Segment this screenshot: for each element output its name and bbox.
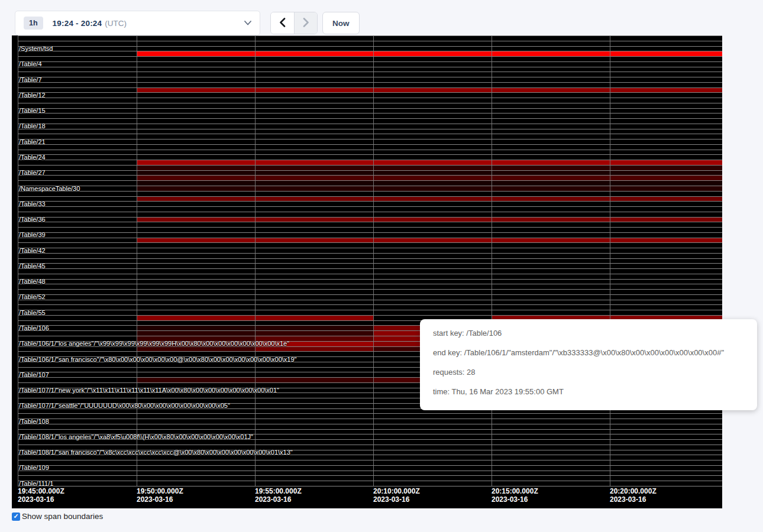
span-boundaries-checkbox[interactable]: ✓ [12,512,20,521]
now-button[interactable]: Now [322,12,360,34]
span-boundary-row [18,77,722,82]
heat-cell[interactable] [137,186,722,191]
span-label: /Table/107 [19,372,49,378]
span-label: /Table/107/1/"new york"/"\x11\x11\x11\x1… [19,387,279,394]
span-label: /Table/106/1/"san francisco"/"\x80\x00\x… [19,356,297,363]
span-label: /Table/106 [19,325,49,332]
key-visualizer-canvas[interactable]: /System/tsd/Table/4/Table/7/Table/12/Tab… [12,35,722,508]
span-boundary-row [18,289,722,294]
span-boundary-row [18,274,722,279]
span-boundary-row [18,154,722,160]
heat-cell[interactable] [137,331,255,336]
span-label: /Table/107/1/"seattle"/"UUUUUUD\x00\x80\… [19,403,230,409]
span-label: /Table/33 [19,201,46,207]
heat-cell[interactable] [137,238,722,243]
x-axis-tick-label: 20:15:00.000Z2023-03-16 [492,487,538,504]
toolbar: 1h 19:24 - 20:24 (UTC) Now [0,0,763,35]
span-boundary-row [18,310,722,315]
span-label: /Table/12 [19,92,46,99]
chevron-left-icon [279,18,286,29]
footer: ✓ Show span boundaries [12,512,103,521]
span-label: /NamespaceTable/30 [19,186,80,192]
span-boundary-row [18,108,722,113]
prev-time-button[interactable] [271,12,294,34]
span-boundary-row [18,268,722,274]
tooltip-line: end key: /Table/106/1/"amsterdam"/"\xb33… [433,348,757,358]
heat-cell[interactable] [255,331,373,336]
time-range-selector[interactable]: 1h 19:24 - 20:24 (UTC) [15,11,260,35]
heat-cell[interactable] [137,171,722,176]
tooltip-line: time: Thu, 16 Mar 2023 19:55:00 GMT [433,387,757,397]
heat-cell[interactable] [137,197,722,202]
span-boundary-row [18,113,722,118]
heat-cell[interactable] [137,160,722,165]
span-label: /Table/7 [19,77,42,83]
span-boundary-row [18,232,722,238]
span-boundary-row [18,258,722,264]
span-boundary-row [18,35,722,41]
span-label: /Table/39 [19,232,46,238]
span-label: /Table/108/1/"san francisco"/"\x8c\xcc\x… [19,449,293,456]
span-boundary-row [18,242,722,248]
span-label: /Table/108 [19,419,49,425]
span-label: /Table/4 [19,61,42,67]
heat-cell[interactable] [255,347,373,352]
span-boundary-row [18,98,722,103]
span-boundary-row [18,134,722,139]
span-boundary-row [18,41,722,46]
span-label: /Table/15 [19,108,46,114]
time-gridline [373,35,374,486]
heat-cell[interactable] [137,181,722,186]
span-boundary-row [18,263,722,268]
heat-cell[interactable] [137,347,255,352]
span-label: /Table/45 [19,263,46,270]
span-boundary-row [18,139,722,144]
chevron-down-icon [244,21,251,25]
heat-cell[interactable] [137,51,722,56]
span-boundary-row [18,253,722,258]
span-label: /Table/111/1 [19,481,53,487]
span-label: /Table/24 [19,154,46,161]
span-boundary-row [18,465,722,471]
span-boundary-row [18,201,722,206]
span-boundary-row [18,481,722,486]
span-label: /Table/21 [19,139,46,145]
span-boundary-row [18,248,722,253]
span-label: /Table/106/1/"los angeles"/"\x99\x99\x99… [19,340,289,347]
span-boundary-row [18,46,722,51]
span-boundary-row [18,471,722,476]
heat-cell[interactable] [137,88,722,93]
span-boundary-row [18,300,722,305]
span-boundary-row [18,460,722,465]
span-boundary-row [18,227,722,232]
heat-cell[interactable] [137,166,722,170]
heat-cell[interactable] [137,326,255,330]
hover-tooltip: start key: /Table/106end key: /Table/106… [420,319,757,410]
span-label: /Table/55 [19,310,46,316]
span-label: /Table/18 [19,123,46,129]
span-boundary-row [18,413,722,419]
next-time-button[interactable] [294,12,317,34]
span-boundary-row [18,304,722,310]
span-label: /Table/36 [19,216,46,223]
time-gridline [492,35,492,486]
heat-cell[interactable] [255,378,373,382]
span-boundary-row [18,191,722,196]
span-boundary-row [18,129,722,134]
heat-cell[interactable] [137,378,255,382]
chevron-right-icon [303,18,309,29]
time-gridline [137,35,137,486]
span-label: /Table/27 [19,170,46,176]
span-boundary-row [18,82,722,87]
heatmap-plot: /System/tsd/Table/4/Table/7/Table/12/Tab… [18,35,722,486]
heat-cell[interactable] [255,326,373,330]
x-axis-tick-label: 19:55:00.000Z2023-03-16 [255,487,302,504]
span-boundary-row [18,144,722,150]
heat-cell[interactable] [137,176,722,180]
span-label: /Table/48 [19,278,46,285]
heat-cell[interactable] [137,218,722,222]
span-label: /Table/109 [19,465,49,471]
span-boundary-row [18,294,722,300]
time-preset-badge: 1h [24,17,43,30]
tooltip-line: requests: 28 [433,368,757,377]
